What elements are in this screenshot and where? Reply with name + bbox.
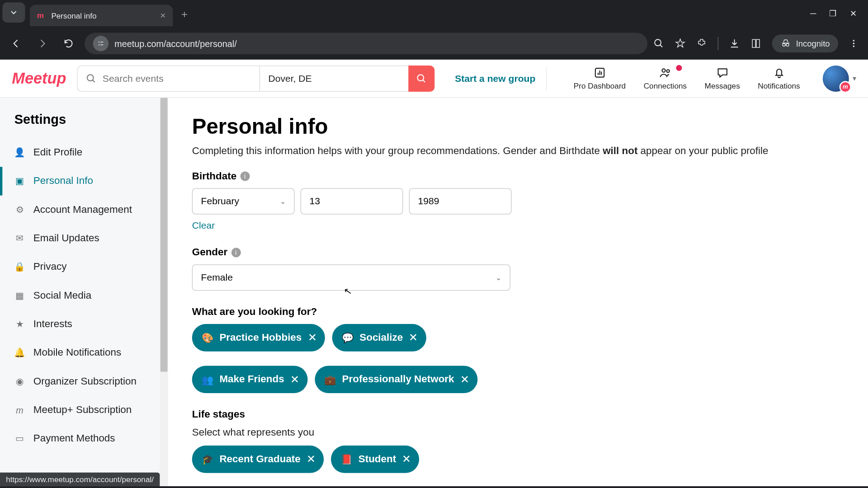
life-stages-label: Life stages <box>192 409 844 421</box>
pro-dashboard-link[interactable]: Pro Dashboard <box>574 66 626 90</box>
sidebar-item-payment-methods[interactable]: ▭Payment Methods <box>0 424 168 453</box>
star-icon: ★ <box>14 319 25 329</box>
svg-rect-3 <box>100 45 103 46</box>
sidebar-item-edit-profile[interactable]: 👤Edit Profile <box>0 138 168 167</box>
chip-make-friends[interactable]: 👥Make Friends✕ <box>192 366 307 394</box>
lock-icon: 🔒 <box>14 262 25 272</box>
url-text: meetup.com/account/personal/ <box>114 38 236 48</box>
search-events-input[interactable]: Search events <box>77 65 259 91</box>
avatar: m <box>823 65 849 91</box>
remove-icon[interactable]: ✕ <box>307 331 316 344</box>
clear-birthdate-link[interactable]: Clear <box>192 221 215 231</box>
location-input[interactable]: Dover, DE <box>259 65 409 91</box>
remove-icon[interactable]: ✕ <box>307 453 316 466</box>
svg-point-2 <box>99 44 99 45</box>
search-icon <box>416 73 427 84</box>
extensions-icon[interactable] <box>696 38 707 49</box>
notification-dot <box>676 65 682 71</box>
sidebar-item-account-management[interactable]: ⚙Account Management <box>0 196 168 224</box>
sidebar-scrollbar[interactable] <box>160 98 168 486</box>
sidebar-item-meetup-plus[interactable]: mMeetup+ Subscription <box>0 396 168 424</box>
svg-point-8 <box>853 43 855 45</box>
downloads-icon[interactable] <box>729 38 740 49</box>
browser-menu-icon[interactable] <box>849 39 859 48</box>
forward-button[interactable] <box>32 33 52 54</box>
connections-icon <box>658 66 673 79</box>
back-button[interactable] <box>6 33 26 54</box>
mail-icon: ✉ <box>14 233 25 244</box>
sidebar-item-social-media[interactable]: ▦Social Media <box>0 281 168 310</box>
birth-month-select[interactable]: February ⌄ <box>192 188 295 215</box>
site-info-icon[interactable] <box>93 36 108 51</box>
person-icon: 👤 <box>14 147 25 158</box>
remove-icon[interactable]: ✕ <box>402 453 411 466</box>
close-window-icon[interactable]: ✕ <box>850 8 857 18</box>
zoom-icon[interactable] <box>654 38 665 49</box>
chevron-down-icon: ▾ <box>853 74 856 82</box>
page-content: Meetup Search events Dover, DE Start a n… <box>0 60 868 486</box>
svg-point-7 <box>853 40 855 42</box>
maximize-icon[interactable]: ❐ <box>829 8 837 18</box>
meetup-badge-icon: m <box>840 81 851 93</box>
sidebar-item-email-updates[interactable]: ✉Email Updates <box>0 224 168 253</box>
info-icon[interactable]: i <box>231 248 241 258</box>
remove-icon[interactable]: ✕ <box>290 373 299 386</box>
meetup-favicon: m <box>37 11 47 20</box>
sidebar-item-personal-info[interactable]: ▣Personal Info <box>0 167 168 195</box>
svg-point-14 <box>666 70 669 72</box>
meetup-logo[interactable]: Meetup <box>12 69 66 88</box>
remove-icon[interactable]: ✕ <box>460 373 469 386</box>
settings-sidebar: Settings 👤Edit Profile ▣Personal Info ⚙A… <box>0 98 168 486</box>
svg-rect-1 <box>100 42 103 42</box>
meetup-icon: m <box>14 405 25 415</box>
page-subtitle: Completing this information helps with y… <box>192 145 844 157</box>
chip-recent-graduate[interactable]: 🎓Recent Graduate✕ <box>192 446 324 473</box>
minimize-icon[interactable]: ─ <box>810 8 816 18</box>
gender-select[interactable]: Female ⌄ <box>192 264 510 291</box>
sidebar-item-mobile-notifications[interactable]: 🔔Mobile Notifications <box>0 338 168 367</box>
info-icon[interactable]: i <box>240 172 250 181</box>
chip-practice-hobbies[interactable]: 🎨Practice Hobbies✕ <box>192 324 325 352</box>
gear-icon: ⚙ <box>14 204 25 215</box>
browser-tab[interactable]: m Personal info × <box>30 5 173 26</box>
url-input[interactable]: meetup.com/account/personal/ <box>85 33 647 54</box>
bell-icon <box>772 66 785 79</box>
birth-year-input[interactable]: 1989 <box>409 188 512 215</box>
reader-icon[interactable] <box>750 38 761 49</box>
remove-icon[interactable]: ✕ <box>409 331 418 344</box>
ticket-icon: ◉ <box>14 376 25 387</box>
svg-point-10 <box>87 75 94 81</box>
sidebar-item-privacy[interactable]: 🔒Privacy <box>0 253 168 281</box>
incognito-badge[interactable]: Incognito <box>772 34 838 52</box>
chevron-down-icon: ⌄ <box>495 273 501 282</box>
notifications-link[interactable]: Notifications <box>758 66 800 90</box>
share-icon: ▦ <box>14 290 25 301</box>
search-button[interactable] <box>408 65 434 91</box>
chip-student[interactable]: 📕Student✕ <box>331 446 420 473</box>
bell-icon: 🔔 <box>14 347 25 358</box>
svg-point-11 <box>417 75 424 81</box>
new-tab-button[interactable]: + <box>181 8 188 21</box>
search-bar: Search events Dover, DE <box>77 65 434 91</box>
start-group-link[interactable]: Start a new group <box>455 73 535 84</box>
messages-link[interactable]: Messages <box>705 66 740 90</box>
profile-menu[interactable]: m ▾ <box>818 65 856 91</box>
tab-title: Personal info <box>51 11 155 20</box>
sidebar-title: Settings <box>0 112 168 138</box>
svg-point-9 <box>853 46 855 47</box>
close-tab-icon[interactable]: × <box>160 10 165 21</box>
tab-search-button[interactable] <box>2 2 25 23</box>
page-title: Personal info <box>192 114 844 139</box>
connections-link[interactable]: Connections <box>644 66 687 90</box>
sidebar-item-organizer-subscription[interactable]: ◉Organizer Subscription <box>0 367 168 395</box>
search-icon <box>86 73 97 84</box>
bookmark-icon[interactable] <box>675 38 686 49</box>
svg-rect-6 <box>756 39 760 47</box>
chip-socialize[interactable]: 💬Socialize✕ <box>332 324 426 352</box>
app-header: Meetup Search events Dover, DE Start a n… <box>0 60 868 98</box>
chip-professionally-network[interactable]: 💼Professionally Network✕ <box>315 366 477 394</box>
life-stages-chips: 🎓Recent Graduate✕ 📕Student✕ 📍New In Town… <box>192 446 844 486</box>
reload-button[interactable] <box>58 33 79 54</box>
birth-day-input[interactable]: 13 <box>301 188 403 215</box>
sidebar-item-interests[interactable]: ★Interests <box>0 310 168 338</box>
